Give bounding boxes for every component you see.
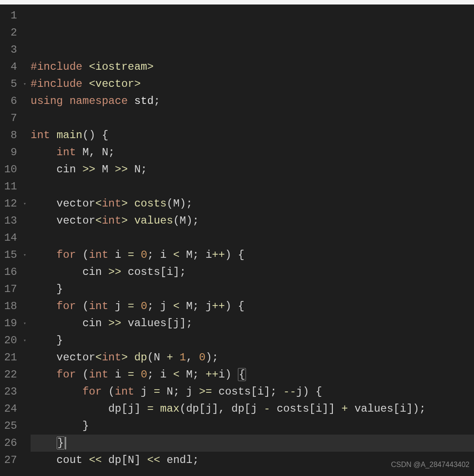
code-token: dp: [134, 351, 147, 364]
fold-marker[interactable]: ▾: [22, 332, 28, 349]
fold-marker-column: ▾▾▾▾▾: [22, 4, 28, 476]
code-token: for: [57, 249, 76, 261]
code-token: int: [57, 146, 76, 158]
code-line[interactable]: for (int i = 0; i < M; ++i) {: [31, 366, 474, 383]
line-number: 20: [0, 332, 17, 349]
code-line[interactable]: #include <iostream>: [31, 58, 474, 76]
code-token: <: [95, 351, 102, 364]
code-line[interactable]: int M, N;: [31, 144, 474, 161]
fold-marker: [22, 110, 28, 127]
code-token: i): [219, 368, 238, 381]
line-number: 3: [0, 41, 17, 58]
code-token: <: [173, 368, 179, 381]
code-token: <: [95, 215, 102, 227]
code-line[interactable]: }: [31, 418, 474, 435]
code-line[interactable]: }: [31, 332, 474, 349]
code-token: i: [108, 249, 128, 261]
code-token: ; j: [147, 300, 173, 312]
code-token: int: [102, 215, 121, 227]
code-token: <iostream>: [89, 61, 154, 73]
code-line[interactable]: dp[j] = max(dp[j], dp[j - costs[i]] + va…: [31, 400, 474, 418]
code-line[interactable]: for (int j = N; j >= costs[i]; --j) {: [31, 383, 474, 400]
fold-marker: [22, 93, 28, 110]
code-token: costs[i];: [121, 266, 186, 278]
code-line[interactable]: cin >> M >> N;: [31, 161, 474, 178]
line-number: 21: [0, 349, 17, 366]
code-token: [50, 129, 56, 141]
line-number: 22: [0, 366, 17, 383]
code-line[interactable]: [31, 229, 474, 247]
code-token: [31, 368, 57, 381]
code-token: costs[i]]: [270, 403, 341, 415]
code-line[interactable]: cin >> values[j];: [31, 315, 474, 332]
code-token: [31, 300, 57, 312]
fold-marker: [22, 7, 28, 24]
fold-marker: [22, 435, 28, 452]
code-token: >: [121, 198, 128, 210]
code-token: [31, 437, 57, 449]
code-token: [128, 198, 134, 210]
code-token: int: [102, 198, 121, 210]
code-token: (: [76, 249, 89, 261]
code-token: --: [283, 386, 296, 398]
code-line[interactable]: for (int i = 0; i < M; i++) {: [31, 247, 474, 264]
code-line[interactable]: [31, 110, 474, 127]
line-number: 26: [0, 435, 17, 452]
fold-marker[interactable]: ▾: [22, 247, 28, 264]
fold-marker[interactable]: ▾: [22, 315, 28, 332]
line-number-gutter: 1234567891011121314151617181920212223242…: [0, 4, 22, 476]
line-number: 11: [0, 178, 17, 195]
text-cursor: [65, 437, 66, 449]
fold-marker: [22, 400, 28, 418]
code-token: [128, 95, 134, 107]
fold-marker: [22, 366, 28, 383]
code-line[interactable]: }: [31, 281, 474, 298]
code-token: >>: [115, 163, 128, 175]
code-token: dp[N]: [102, 454, 147, 466]
code-token: for: [57, 368, 76, 381]
code-token: int: [115, 386, 134, 398]
code-line[interactable]: vector<int> costs(M);: [31, 195, 474, 212]
code-token: (N: [147, 351, 166, 364]
code-token: M; j: [179, 300, 212, 312]
line-number: 19: [0, 315, 17, 332]
code-line[interactable]: vector<int> dp(N + 1, 0);: [31, 349, 474, 366]
line-number: 9: [0, 144, 17, 161]
code-token: 1: [179, 351, 186, 364]
code-token: std: [134, 95, 153, 107]
line-number: 7: [0, 110, 17, 127]
fold-marker: [22, 144, 28, 161]
code-line[interactable]: for (int j = 0; j < M; j++) {: [31, 298, 474, 315]
code-line[interactable]: #include <vector>: [31, 76, 474, 93]
code-token: dp[j]: [31, 403, 147, 415]
code-token: [31, 249, 57, 261]
csdn-watermark: CSDN @A_2847443402: [391, 456, 470, 473]
code-editor: 1234567891011121314151617181920212223242…: [0, 4, 474, 476]
code-token: [128, 351, 134, 364]
code-token: =: [128, 300, 134, 312]
code-line[interactable]: [31, 178, 474, 195]
code-token: ) {: [225, 249, 244, 261]
code-area[interactable]: #include <iostream>#include <vector>usin…: [28, 4, 474, 476]
code-token: cout: [31, 454, 89, 466]
code-token: vector: [31, 351, 95, 364]
code-token: ,: [186, 351, 199, 364]
code-token: <<: [89, 454, 102, 466]
code-token: [134, 300, 140, 312]
code-token: (M);: [166, 198, 192, 210]
code-token: ++: [206, 368, 219, 381]
code-line[interactable]: vector<int> values(M);: [31, 212, 474, 229]
fold-marker[interactable]: ▾: [22, 195, 28, 212]
code-line[interactable]: int main() {: [31, 127, 474, 144]
code-line[interactable]: using namespace std;: [31, 93, 474, 110]
code-token: (: [76, 300, 89, 312]
code-token: }: [31, 334, 63, 346]
code-line[interactable]: }: [31, 435, 474, 452]
code-token: #include: [31, 61, 82, 73]
code-token: >=: [199, 386, 212, 398]
fold-marker[interactable]: ▾: [22, 76, 28, 93]
code-line[interactable]: cin >> costs[i];: [31, 264, 474, 281]
code-token: ; i: [147, 368, 173, 381]
code-token: costs: [134, 198, 166, 210]
code-token: [82, 61, 89, 73]
